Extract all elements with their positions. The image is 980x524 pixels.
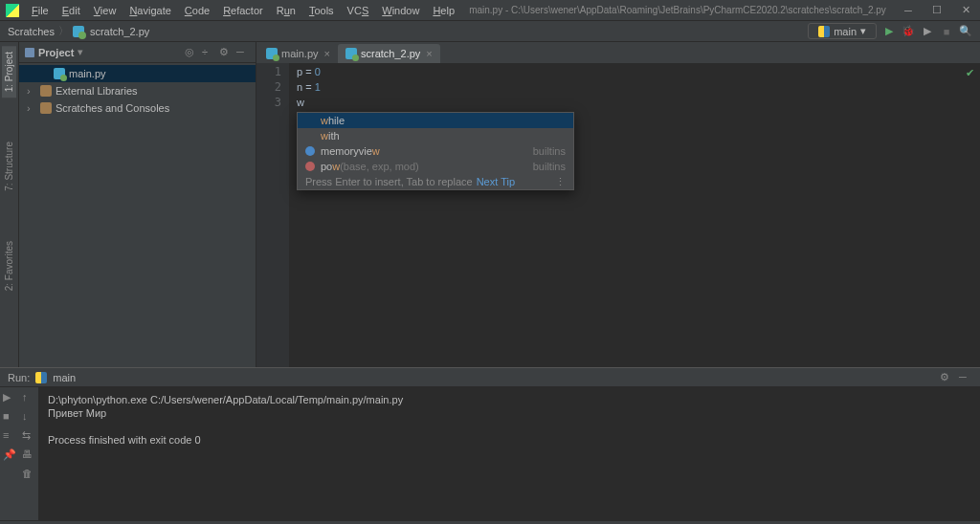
up-icon[interactable]: ↑ <box>22 391 35 404</box>
breadcrumb-sep: 〉 <box>58 24 69 38</box>
tab-close-icon[interactable]: × <box>426 48 432 59</box>
library-icon <box>40 85 52 97</box>
print-icon[interactable]: 🖶 <box>22 448 35 462</box>
python-logo-icon <box>818 26 830 37</box>
expand-all-icon[interactable]: ÷ <box>202 46 215 59</box>
completion-footer: Press Enter to insert, Tab to replaceNex… <box>298 174 573 189</box>
coverage-button[interactable]: ▶ <box>921 25 934 38</box>
tree-external-libraries[interactable]: › External Libraries <box>19 82 256 99</box>
dropdown-arrow-icon: ▾ <box>860 25 866 37</box>
trash-icon[interactable]: 🗑 <box>22 468 35 481</box>
run-settings-icon[interactable]: ⚙ <box>940 371 953 384</box>
tab-close-icon[interactable]: × <box>324 48 330 59</box>
menu-run[interactable]: Run <box>270 2 302 19</box>
completion-item[interactable]: pow(base, exp, mod)builtins <box>298 159 573 174</box>
run-panel-title: Run: <box>8 372 30 383</box>
code-line: p = 0 <box>297 65 321 80</box>
python-file-icon <box>73 26 84 37</box>
completion-item[interactable]: while <box>298 113 573 128</box>
layout-icon[interactable]: ≡ <box>3 429 16 443</box>
close-button[interactable]: ✕ <box>951 0 980 21</box>
run-panel-config[interactable]: main <box>53 372 76 383</box>
hide-panel-icon[interactable]: ─ <box>236 46 250 59</box>
structure-tool-tab[interactable]: 7: Structure <box>2 136 16 197</box>
pin-icon[interactable]: 📌 <box>3 448 16 462</box>
run-config-selector[interactable]: main ▾ <box>808 23 877 39</box>
python-logo-icon <box>35 372 47 383</box>
menu-refactor[interactable]: Refactor <box>216 2 270 19</box>
completion-item[interactable]: memoryviewbuiltins <box>298 143 573 159</box>
project-view-arrow-icon[interactable]: ▾ <box>78 46 83 58</box>
tree-label: main.py <box>69 68 106 79</box>
tab-label: scratch_2.py <box>361 48 420 59</box>
code-completion-popup: while with memoryviewbuiltins pow(base, … <box>297 112 574 190</box>
run-config-name: main <box>834 26 857 37</box>
menu-edit[interactable]: Edit <box>56 2 87 19</box>
favorites-tool-tab[interactable]: 2: Favorites <box>2 235 16 296</box>
line-number: 2 <box>256 80 281 96</box>
project-tool-tab[interactable]: 1: Project <box>2 46 16 98</box>
tree-label: Scratches and Consoles <box>56 102 169 114</box>
maximize-button[interactable]: ☐ <box>923 0 951 21</box>
window-title: main.py - C:\Users\wener\AppData\Roaming… <box>461 5 894 15</box>
code-editor[interactable]: 1 2 3 p = 0 n = 1 w ✔ while with memoryv… <box>256 63 980 367</box>
run-hide-icon[interactable]: ─ <box>959 371 972 384</box>
search-everywhere-button[interactable]: 🔍 <box>959 25 972 38</box>
tree-scratches[interactable]: › Scratches and Consoles <box>19 99 256 117</box>
python-file-icon <box>54 68 65 79</box>
settings-gear-icon[interactable]: ⚙ <box>219 46 233 59</box>
run-button[interactable]: ▶ <box>882 25 896 38</box>
next-tip-link[interactable]: Next Tip <box>477 176 515 187</box>
scratches-icon <box>40 102 52 114</box>
menu-tools[interactable]: Tools <box>302 2 341 19</box>
line-number: 3 <box>256 96 281 111</box>
minimize-button[interactable]: ─ <box>894 0 923 21</box>
inspection-ok-icon[interactable]: ✔ <box>966 67 974 79</box>
project-view-label[interactable]: Project <box>38 47 74 58</box>
tree-file-main[interactable]: main.py <box>19 65 256 82</box>
python-file-icon <box>266 48 278 59</box>
down-icon[interactable]: ↓ <box>22 410 35 424</box>
menu-help[interactable]: Help <box>426 2 461 19</box>
select-opened-icon[interactable]: ◎ <box>185 46 198 59</box>
menu-vcs[interactable]: VCS <box>341 2 376 19</box>
app-icon <box>6 4 19 17</box>
more-icon[interactable]: ⋮ <box>555 176 566 188</box>
menu-file[interactable]: File <box>25 2 56 19</box>
breadcrumb-file[interactable]: scratch_2.py <box>90 26 149 37</box>
code-line: n = 1 <box>297 80 321 96</box>
function-icon <box>305 162 315 171</box>
menu-view[interactable]: View <box>87 2 123 19</box>
stop-icon[interactable]: ■ <box>3 410 16 424</box>
tab-label: main.py <box>281 48 319 59</box>
debug-button[interactable]: 🐞 <box>902 25 915 38</box>
menu-window[interactable]: Window <box>375 2 426 19</box>
expand-arrow-icon: › <box>27 85 36 97</box>
rerun-icon[interactable]: ▶ <box>3 391 16 404</box>
stop-button[interactable]: ■ <box>940 25 953 38</box>
breadcrumb-root[interactable]: Scratches <box>8 26 55 37</box>
completion-item[interactable]: with <box>298 128 573 143</box>
project-view-icon <box>25 48 34 57</box>
line-number: 1 <box>256 65 281 80</box>
menu-navigate[interactable]: Navigate <box>122 2 177 19</box>
wrap-icon[interactable]: ⇆ <box>22 429 35 443</box>
editor-tab-scratch[interactable]: scratch_2.py × <box>338 44 440 63</box>
run-output[interactable]: D:\phyton\python.exe C:/Users/wener/AppD… <box>38 387 980 520</box>
python-file-icon <box>345 48 357 59</box>
tree-label: External Libraries <box>56 85 138 97</box>
class-icon <box>305 146 315 156</box>
expand-arrow-icon: › <box>27 102 36 114</box>
code-line: w <box>297 96 304 111</box>
editor-tab-main[interactable]: main.py × <box>258 44 338 63</box>
menu-code[interactable]: Code <box>178 2 216 19</box>
